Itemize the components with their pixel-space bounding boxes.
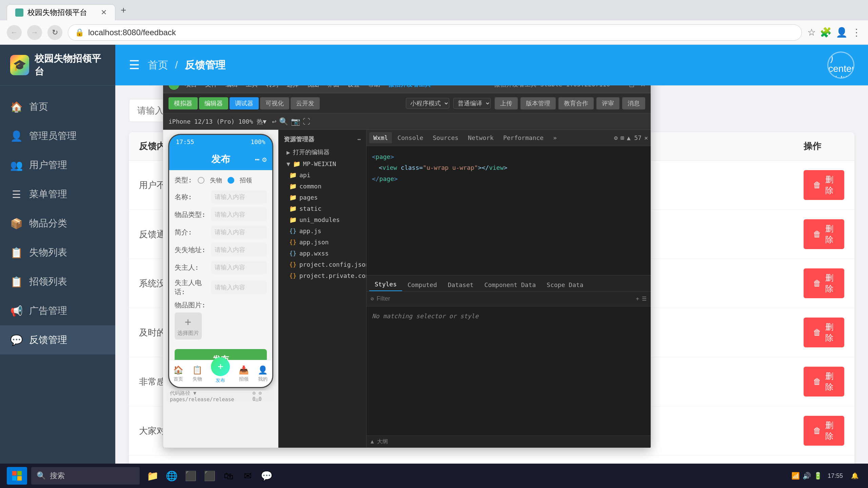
file-item-api[interactable]: 📁 api (278, 169, 366, 181)
sidebar-item-lost[interactable]: 📋 失物列表 (0, 238, 115, 267)
msg-btn[interactable]: 消息 (622, 97, 645, 109)
new-tab-button[interactable]: + (115, 5, 132, 16)
delete-button-2[interactable]: 🗑删除 (804, 219, 844, 249)
add-style-icon[interactable]: + (636, 296, 639, 302)
forward-button[interactable]: → (27, 25, 42, 40)
file-item-appjs[interactable]: {} app.js (278, 225, 366, 237)
computed-tab[interactable]: Computed (402, 279, 442, 291)
cloud-btn[interactable]: 云开发 (291, 97, 320, 109)
phone-plus-icon[interactable]: + (211, 357, 230, 376)
maximize-icon[interactable]: □ (630, 85, 634, 88)
menu-item-view[interactable]: 视图 (307, 85, 319, 88)
taskbar-store-icon[interactable]: 🛍 (220, 467, 237, 485)
phone-radio-found[interactable] (228, 177, 234, 184)
menu-item-help[interactable]: 帮助 (368, 85, 380, 88)
avatar[interactable]: ') center/cover; width:80px;height:80px;… (827, 52, 854, 79)
menu-item-goto[interactable]: 转到 (266, 85, 278, 88)
refresh-button[interactable]: ↻ (47, 25, 62, 40)
inspector-settings-icon[interactable]: ⚙ (614, 134, 618, 141)
styles-tab[interactable]: Styles (369, 278, 402, 291)
simulator-btn[interactable]: 模拟器 (169, 97, 198, 109)
phone-menu-dots-icon[interactable]: ⋯ (255, 155, 259, 164)
start-button[interactable] (7, 467, 27, 485)
file-item-project-config[interactable]: {} project.config.json (278, 259, 366, 270)
close-icon[interactable]: ✕ (641, 85, 645, 88)
component-data-tab[interactable]: Component Data (479, 279, 541, 291)
menu-item-edit[interactable]: 编辑 (225, 85, 238, 88)
file-item-uni-modules[interactable]: 📁 uni_modules (278, 214, 366, 225)
hamburger-icon[interactable]: ☰ (129, 58, 140, 72)
menu-dots-icon[interactable]: ⋮ (852, 27, 861, 38)
screenshot-icon[interactable]: 📷 (291, 117, 300, 126)
file-item-project-private[interactable]: {} project.private.config.js... (278, 270, 366, 281)
file-item-appjson[interactable]: {} app.json (278, 237, 366, 248)
bookmark-icon[interactable]: ☆ (807, 27, 816, 38)
phone-tab-found[interactable]: 📥 招领 (239, 365, 249, 382)
compile-mode-select[interactable]: 普通编译 (453, 98, 491, 109)
toggle-style-icon[interactable]: ☰ (642, 296, 647, 302)
upload-btn[interactable]: 上传 (495, 97, 518, 109)
menu-item-tools[interactable]: 工具 (246, 85, 258, 88)
menu-item-select[interactable]: 选择 (287, 85, 299, 88)
menu-item-settings[interactable]: 设置 (348, 85, 360, 88)
performance-tab[interactable]: Performance (499, 132, 548, 143)
phone-category-input[interactable]: 请输入内容 (211, 208, 267, 221)
sidebar-item-ads[interactable]: 📢 广告管理 (0, 296, 115, 325)
taskbar-wechat-icon[interactable]: 💬 (258, 467, 275, 485)
zoom-icon[interactable]: 🔍 (279, 117, 288, 126)
extensions-icon[interactable]: 🧩 (820, 27, 832, 38)
file-item-appwxss[interactable]: {} app.wxss (278, 248, 366, 259)
rotate-icon[interactable]: ↩ (272, 117, 276, 126)
taskbar-search[interactable]: 🔍 搜索 (31, 467, 140, 485)
browser-tab[interactable]: 校园失物招领平台 ✕ (7, 4, 115, 20)
more-tabs-icon[interactable]: » (549, 132, 561, 143)
sidebar-item-found[interactable]: 📋 招领列表 (0, 267, 115, 296)
phone-radio-lost[interactable] (198, 177, 204, 184)
review-btn[interactable]: 评审 (596, 97, 619, 109)
notification-icon[interactable]: 🔔 (848, 472, 861, 480)
phone-settings-icon[interactable]: ⚙ (262, 155, 267, 164)
taskbar-mail-icon[interactable]: ✉ (239, 467, 256, 485)
editor-btn[interactable]: 编辑器 (199, 97, 228, 109)
minimize-icon[interactable]: — (618, 85, 623, 88)
delete-button-3[interactable]: 🗑删除 (804, 268, 844, 298)
delete-button-4[interactable]: 🗑删除 (804, 318, 844, 347)
device-label[interactable]: iPhone 12/13 (Pro) 100% 热▼ (169, 118, 267, 126)
dataset-tab[interactable]: Dataset (442, 279, 479, 291)
taskbar-explorer-icon[interactable]: 📁 (144, 467, 161, 485)
taskbar-chrome-icon[interactable]: 🌐 (163, 467, 180, 485)
sidebar-item-home[interactable]: 🏠 首页 (0, 92, 115, 121)
version-btn[interactable]: 版本管理 (520, 97, 556, 109)
tab-close-icon[interactable]: ✕ (101, 8, 107, 17)
taskbar-terminal-icon[interactable]: ⬛ (182, 467, 199, 485)
phone-upload-btn[interactable]: + 选择图片 (175, 312, 202, 340)
delete-button-5[interactable]: 🗑删除 (804, 367, 844, 396)
fullscreen-icon[interactable]: ⛶ (303, 117, 310, 126)
simulator-mode-select[interactable]: 小程序模式 (406, 98, 449, 109)
phone-tab-publish[interactable]: + 发布 (211, 364, 230, 384)
file-item-mp-weixin[interactable]: ▼ 📁 MP-WEIXIN (278, 158, 366, 169)
debugger-btn[interactable]: 调试器 (230, 97, 259, 109)
sidebar-item-menu[interactable]: ☰ 菜单管理 (0, 180, 115, 209)
phone-desc-input[interactable]: 请输入内容 (211, 225, 267, 239)
edu-btn[interactable]: 教育合作 (558, 97, 594, 109)
console-tab[interactable]: Console (393, 132, 427, 143)
menu-item-file[interactable]: 文件 (205, 85, 217, 88)
inspector-dock-icon[interactable]: ⊞ (620, 134, 624, 141)
phone-loser-input[interactable]: 请输入内容 (211, 261, 267, 274)
wxml-tab[interactable]: Wxml (369, 132, 392, 143)
back-button[interactable]: ← (7, 25, 22, 40)
sidebar-item-category[interactable]: 📦 物品分类 (0, 209, 115, 238)
phone-tab-mine[interactable]: 👤 我的 (258, 365, 268, 382)
delete-button-1[interactable]: 🗑删除 (804, 170, 844, 200)
taskbar-vscode-icon[interactable]: ⬛ (201, 467, 218, 485)
phone-tab-home[interactable]: 🏠 首页 (173, 365, 183, 382)
file-item-pages[interactable]: 📁 pages (278, 192, 366, 203)
phone-tab-lost[interactable]: 📋 失物 (192, 365, 202, 382)
sidebar-item-users[interactable]: 👥 用户管理 (0, 150, 115, 180)
menu-item-interface[interactable]: 界面 (327, 85, 339, 88)
file-item-common[interactable]: 📁 common (278, 181, 366, 192)
network-tab[interactable]: Network (464, 132, 498, 143)
delete-button-6[interactable]: 🗑删除 (804, 416, 844, 446)
file-item-static[interactable]: 📁 static (278, 203, 366, 214)
